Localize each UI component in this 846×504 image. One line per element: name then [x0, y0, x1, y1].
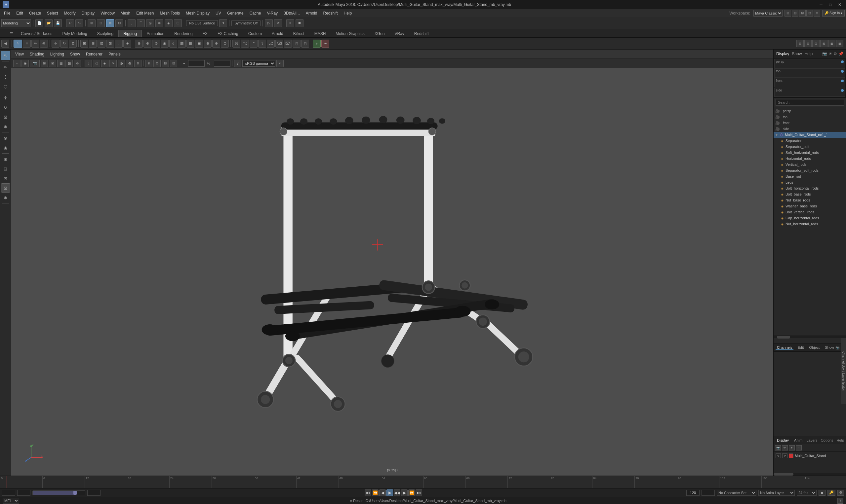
scene-item-soft-h-rods[interactable]: ◈ Soft_horizontal_rods: [774, 150, 846, 156]
tab-rendering[interactable]: Rendering: [169, 30, 197, 37]
sign-in-btn[interactable]: 🔑 Sign In ▾: [822, 10, 845, 17]
ipr-btn[interactable]: ⟳: [274, 19, 282, 27]
le-help-tab[interactable]: Help: [836, 438, 844, 442]
move-tool[interactable]: ✛: [52, 40, 59, 48]
soft-select[interactable]: ◎: [40, 40, 48, 48]
vr-btn-4[interactable]: ⊠: [49, 60, 56, 67]
component-mode-btn[interactable]: ⊡: [115, 19, 123, 27]
vr-btn-5[interactable]: ▦: [57, 60, 65, 67]
tab-motion-graphics[interactable]: Motion Graphics: [331, 30, 369, 37]
menu-generate[interactable]: Generate: [224, 10, 246, 16]
transform-btn[interactable]: ⊕: [1, 122, 10, 131]
tab-redshift[interactable]: Redshift: [409, 30, 434, 37]
vr-lighting-btn[interactable]: ☀: [109, 60, 117, 67]
vr-iso-btn[interactable]: ⊗: [145, 60, 152, 67]
vp-renderer-menu[interactable]: Renderer: [84, 51, 104, 57]
vp-panels-menu[interactable]: Panels: [106, 51, 123, 57]
range-handle[interactable]: [73, 491, 77, 495]
layout-btn1[interactable]: ⊞: [80, 40, 88, 48]
pb-next-btn[interactable]: ⏩: [408, 489, 415, 496]
right-panel-hscroll[interactable]: [774, 473, 846, 475]
mode-dropdown[interactable]: Modeling: [1, 19, 31, 27]
layout-btn6[interactable]: ◈: [123, 40, 131, 48]
scene-item-bolt-h[interactable]: ◈ Bolt_horizontal_rods: [774, 185, 846, 191]
vp-lighting-menu[interactable]: Lighting: [48, 51, 66, 57]
vr-wire-btn[interactable]: ⋮: [85, 60, 92, 67]
snap-curve-btn[interactable]: ⌒: [137, 19, 145, 27]
menu-edit[interactable]: Edit: [14, 10, 26, 16]
rph-icon-pin[interactable]: 📌: [839, 52, 843, 56]
sculpt-btn4[interactable]: ◉: [161, 40, 169, 48]
snap-grid-btn[interactable]: ⋮: [127, 19, 136, 27]
pb-play-back-btn[interactable]: ◀◀: [394, 489, 400, 496]
mini-view-persp[interactable]: persp: [774, 59, 845, 68]
layout-btn3[interactable]: ⊡: [98, 40, 105, 48]
scale-tool[interactable]: ⊠: [69, 40, 77, 48]
sculpt-btn10[interactable]: ⊗: [212, 40, 220, 48]
le-options-tab[interactable]: Options: [821, 438, 833, 442]
mirror-btn[interactable]: ⋮: [1, 72, 10, 81]
snap-point-btn[interactable]: ◎: [146, 19, 154, 27]
nls-dropdown-btn[interactable]: ▾: [219, 19, 227, 27]
cb-channels-tab[interactable]: Channels: [776, 345, 793, 350]
extra-btn8[interactable]: ⍈: [293, 40, 300, 48]
tab-fx-caching[interactable]: FX Caching: [212, 30, 243, 37]
le-anim-tab[interactable]: Anim: [793, 438, 804, 442]
scene-item-bolt-base[interactable]: ◈ Bolt_base_rods: [774, 191, 846, 197]
layout-btn2[interactable]: ⊟: [89, 40, 97, 48]
snap-btn1[interactable]: +: [313, 40, 321, 48]
le-layers-tab[interactable]: Layers: [806, 438, 817, 442]
pb-prev-frame-btn[interactable]: ◀: [379, 489, 386, 496]
layout-tl[interactable]: ⊞: [1, 155, 10, 164]
show-manip-btn[interactable]: ◌: [1, 82, 10, 91]
pb-next-frame-btn[interactable]: ▶: [401, 489, 408, 496]
show-tab[interactable]: Show: [792, 52, 802, 56]
rp-hscroll-thumb[interactable]: [774, 473, 793, 475]
search-input[interactable]: [776, 99, 844, 106]
scene-item-nut-base[interactable]: ◈ Nut_base_rods: [774, 197, 846, 203]
vr-shadow-btn[interactable]: ◑: [118, 60, 125, 67]
cb-edit-tab[interactable]: Edit: [796, 345, 805, 350]
extra-btn5[interactable]: ⎇: [267, 40, 275, 48]
scene-item-guitar-stand[interactable]: ▼ ⬡ Multi_Guitar_Stand_nc1_1: [774, 132, 846, 138]
sculpt-btn9[interactable]: ⊕: [204, 40, 211, 48]
scale-tool-btn[interactable]: ⊠: [1, 112, 10, 122]
vp-show-menu[interactable]: Show: [68, 51, 82, 57]
stop-btn[interactable]: ⏹: [296, 19, 304, 27]
sculpt-btn8[interactable]: ▣: [195, 40, 203, 48]
rph-icon-cam[interactable]: 📷: [822, 52, 827, 56]
sculpt-btn2[interactable]: ⊗: [143, 40, 151, 48]
layout-btn4[interactable]: ⊠: [106, 40, 114, 48]
menu-window[interactable]: Window: [98, 10, 117, 16]
left-panel-toggle[interactable]: ◀: [1, 40, 9, 48]
menu-mesh[interactable]: Mesh: [118, 10, 133, 16]
vr-color-btn[interactable]: ⊡: [170, 60, 177, 67]
menu-uv[interactable]: UV: [213, 10, 224, 16]
extra-btn6[interactable]: ⌫: [275, 40, 283, 48]
vr-ao-btn[interactable]: ◓: [126, 60, 133, 67]
sculpt-btn3[interactable]: ⊙: [152, 40, 160, 48]
range-bar[interactable]: [32, 490, 85, 495]
vr-btn-1[interactable]: ○: [13, 60, 20, 67]
scene-item-persp[interactable]: 🎥 persp: [774, 108, 846, 114]
layer-btn-2[interactable]: ✏: [782, 445, 788, 450]
layout-full[interactable]: ⊕: [1, 193, 10, 202]
menu-cache[interactable]: Cache: [247, 10, 264, 16]
sculpt-btn7[interactable]: ▦: [187, 40, 194, 48]
sculpt-btn11[interactable]: ⊙: [221, 40, 229, 48]
layer-btn-1[interactable]: 📷: [775, 445, 781, 450]
timeline-playhead[interactable]: [6, 476, 7, 488]
tab-vray[interactable]: VRay: [390, 30, 409, 37]
layer-item-guitar-stand[interactable]: V P Multi_Guitar_Stand: [776, 453, 844, 459]
lasso-select[interactable]: ⌗: [23, 40, 31, 48]
menu-display[interactable]: Display: [79, 10, 97, 16]
scene-item-washer-base[interactable]: ◈ Washer_base_rods: [774, 203, 846, 209]
range-start-input[interactable]: [686, 490, 700, 496]
tab-bifrost[interactable]: Bifrost: [288, 30, 309, 37]
vr-value2-input[interactable]: 1.00: [214, 60, 230, 67]
fps-dropdown[interactable]: 24 fps: [797, 490, 816, 496]
menu-mesh-display[interactable]: Mesh Display: [183, 10, 212, 16]
menu-file[interactable]: File: [1, 10, 13, 16]
toolbar-icon-1[interactable]: ⊞: [784, 10, 791, 17]
tab-sidebar-toggle[interactable]: ☰: [8, 31, 15, 37]
